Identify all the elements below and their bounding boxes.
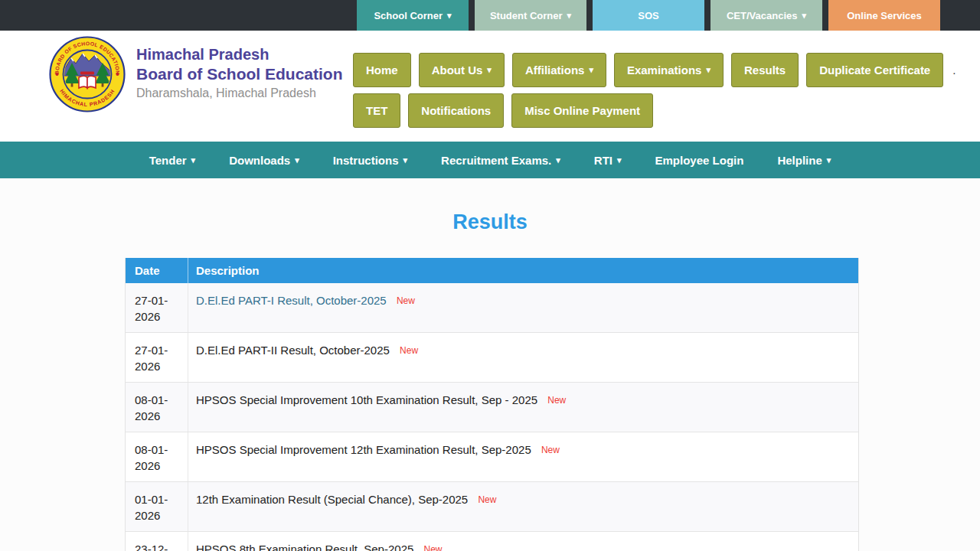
topbar-tab-label: School Corner [374,10,443,21]
topbar-tab-label: Online Services [847,10,922,21]
result-date: 27-01-2026 [126,333,188,382]
table-row: 01-01-2026 12th Examination Result (Spec… [126,481,858,531]
main-content: Results Date Description 27-01-2026 D.El… [0,178,980,551]
menu-item-label: Employee Login [655,154,744,167]
result-link[interactable]: HPSOS 8th Examination Result, Sep-2025 [196,543,413,551]
brand-title-line1: Himachal Pradesh [136,45,343,64]
nav-button[interactable]: Notifications [408,93,504,128]
nav-button[interactable]: Affiliations ▾ [512,53,606,87]
menu-item-label: Helpline [777,154,822,167]
caret-down-icon: ▾ [403,155,408,165]
topbar-tab[interactable]: SOS [593,0,704,31]
primary-nav-row-2: TET Notifications Misc Online Payment [353,93,958,128]
primary-nav-row-1: Home About Us ▾ Affiliations ▾ Exa [353,53,958,87]
page: School Corner ▾ Student Corner ▾ SOS CET… [0,0,980,551]
table-header-row: Date Description [126,258,858,283]
result-link[interactable]: D.El.Ed PART-I Result, October-2025 [196,294,387,307]
new-badge: New [400,345,418,356]
result-description-cell: 12th Examination Result (Special Chance)… [188,482,858,531]
nav-button[interactable]: Duplicate Certificate [806,53,943,87]
menu-item[interactable]: Employee Login [639,154,761,167]
result-link[interactable]: HPSOS Special Improvement 10th Examinati… [196,393,537,406]
topbar-tab-label: CET/Vacancies [727,10,798,21]
nav-button-label: About Us [432,64,483,77]
brand: Himachal Pradesh Board of School Educati… [136,45,343,100]
nav-button-label: Home [366,64,398,77]
menu-item-label: Downloads [229,154,290,167]
nav-button[interactable]: Home [353,53,411,87]
logo-scroll [80,72,94,75]
nav-button[interactable]: Misc Online Payment [511,93,653,128]
header: BOARD OF SCHOOL EDUCATION HIMACHAL PRADE… [0,31,980,142]
caret-down-icon: ▾ [617,155,622,165]
nav-button-label: Notifications [421,104,491,117]
caret-down-icon: ▾ [191,155,196,165]
result-date: 27-01-2026 [126,283,188,332]
table-row: 08-01-2026 HPSOS Special Improvement 12t… [126,432,858,481]
menu-item[interactable]: Downloads ▾ [212,154,316,167]
brand-subtitle: Dharamshala, Himachal Pradesh [136,86,343,100]
menu-item[interactable]: Tender ▾ [132,154,212,167]
nav-button-label: Duplicate Certificate [819,64,930,77]
new-badge: New [541,445,560,455]
caret-down-icon: ▾ [802,11,806,21]
topbar-tab-label: SOS [638,10,658,21]
new-badge: New [424,544,443,551]
result-link[interactable]: 12th Examination Result (Special Chance)… [196,493,468,506]
caret-down-icon: ▾ [487,65,492,75]
menu-item[interactable]: Recruitment Exams. ▾ [424,154,577,167]
nav-button-label: Examinations [627,64,702,77]
board-logo: BOARD OF SCHOOL EDUCATION HIMACHAL PRADE… [49,36,126,112]
table-body: 27-01-2026 D.El.Ed PART-I Result, Octobe… [126,283,858,551]
column-header-description: Description [188,258,858,283]
result-description-cell: D.El.Ed PART-I Result, October-2025 New [188,283,858,332]
caret-down-icon: ▾ [295,155,299,165]
secondary-menubar: Tender ▾ Downloads ▾ Instructions ▾ Recr… [0,142,980,178]
topbar-tab[interactable]: Online Services [828,0,940,31]
table-row: 08-01-2026 HPSOS Special Improvement 10t… [126,382,858,432]
brand-title-line2: Board of School Education [136,64,343,83]
nav-button-label: Results [744,64,786,77]
topbar-tabs: School Corner ▾ Student Corner ▾ SOS CET… [357,0,940,31]
column-header-date: Date [126,258,188,283]
result-link[interactable]: HPSOS Special Improvement 12th Examinati… [196,443,531,456]
topbar-tab-label: Student Corner [490,10,563,21]
new-badge: New [547,395,566,406]
table-row: 27-01-2026 D.El.Ed PART-II Result, Octob… [126,332,858,382]
topbar-tab[interactable]: CET/Vacancies ▾ [710,0,822,31]
nav-button[interactable]: Results [731,53,799,87]
menu-item[interactable]: Instructions ▾ [316,154,424,167]
nav-button-label: Affiliations [525,64,585,77]
result-date: 01-01-2026 [126,482,188,531]
nav-button-label: Misc Online Payment [524,104,640,117]
menu-item[interactable]: Helpline ▾ [760,154,848,167]
new-badge: New [397,295,415,306]
result-description-cell: HPSOS Special Improvement 12th Examinati… [188,432,858,481]
caret-down-icon: ▾ [706,65,710,75]
result-description-cell: HPSOS Special Improvement 10th Examinati… [188,383,858,432]
caret-down-icon: ▾ [589,65,593,75]
table-row: 23-12-2025 HPSOS 8th Examination Result,… [126,531,858,551]
primary-nav: Home About Us ▾ Affiliations ▾ Exa [353,53,958,134]
menu-item-label: Instructions [333,154,399,167]
caret-down-icon: ▾ [556,155,560,165]
caret-down-icon: ▾ [827,155,831,165]
results-table: Date Description 27-01-2026 D.El.Ed PART… [125,258,859,551]
nav-button[interactable]: Examinations ▾ [614,53,724,87]
topbar-tab[interactable]: Student Corner ▾ [475,0,586,31]
menu-item-label: Recruitment Exams. [441,154,551,167]
result-description-cell: HPSOS 8th Examination Result, Sep-2025 N… [188,532,858,551]
result-date: 08-01-2026 [126,383,188,432]
nav-button[interactable]: TET [353,93,400,128]
topbar-tab[interactable]: School Corner ▾ [357,0,469,31]
caret-down-icon: ▾ [567,11,572,21]
menu-item-label: Tender [149,154,187,167]
result-date: 08-01-2026 [126,432,188,481]
page-title: Results [0,210,980,234]
menu-item[interactable]: RTI ▾ [577,154,639,167]
result-date: 23-12-2025 [126,532,188,551]
table-row: 27-01-2026 D.El.Ed PART-I Result, Octobe… [126,283,858,332]
nav-button-label: TET [366,104,387,117]
result-link[interactable]: D.El.Ed PART-II Result, October-2025 [196,344,390,357]
nav-button[interactable]: About Us ▾ [419,53,505,87]
